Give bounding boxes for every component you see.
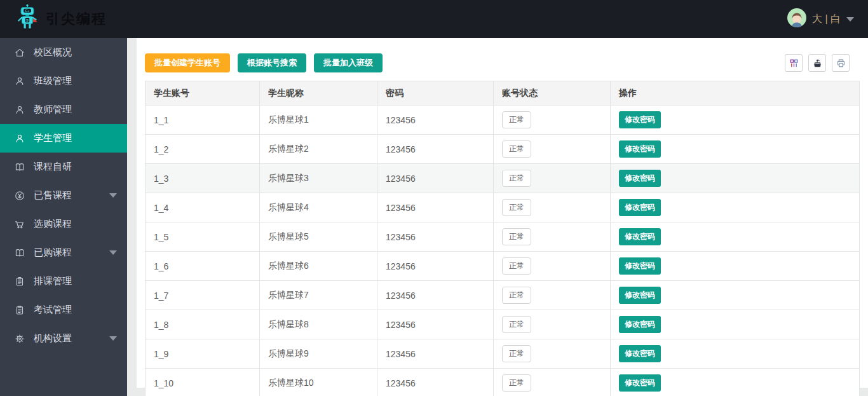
cell-nickname: 乐博星球8: [260, 310, 377, 339]
sidebar-item[interactable]: 课程自研: [0, 153, 127, 181]
cell-nickname: 乐博星球2: [260, 135, 377, 164]
students-table: 学生账号 学生昵称 密码 账号状态 操作 1_1 乐博星球1 123456 正常…: [145, 81, 860, 396]
brand-name: 引尖编程: [46, 10, 107, 29]
table-row: 1_8 乐博星球8 123456 正常 修改密码: [146, 310, 860, 339]
change-password-button[interactable]: 修改密码: [619, 111, 661, 128]
status-badge[interactable]: 正常: [502, 374, 531, 392]
cell-account: 1_1: [146, 106, 260, 135]
cell-nickname: 乐博星球5: [260, 222, 377, 252]
change-password-button[interactable]: 修改密码: [619, 199, 661, 216]
status-badge[interactable]: 正常: [502, 199, 531, 216]
export-icon[interactable]: [808, 54, 826, 72]
chevron-down-icon: [846, 17, 854, 22]
table-row: 1_2 乐博星球2 123456 正常 修改密码: [146, 135, 860, 164]
sidebar-item[interactable]: 校区概况: [0, 38, 127, 67]
sidebar-item-label: 班级管理: [34, 75, 72, 87]
status-badge[interactable]: 正常: [502, 316, 531, 333]
batch-join-class-button[interactable]: 批量加入班级: [314, 53, 383, 72]
avatar: [787, 8, 806, 30]
cell-account: 1_8: [146, 310, 260, 339]
chevron-down-icon: [109, 250, 117, 255]
sidebar-item[interactable]: 已售课程: [0, 181, 127, 210]
sidebar-item-label: 排课管理: [34, 275, 72, 287]
table-row: 1_5 乐博星球5 123456 正常 修改密码: [146, 222, 860, 252]
change-password-button[interactable]: 修改密码: [619, 345, 661, 362]
status-badge[interactable]: 正常: [502, 257, 531, 275]
sidebar-item-label: 已售课程: [34, 189, 72, 201]
table-row: 1_3 乐博星球3 123456 正常 修改密码: [146, 164, 860, 193]
sidebar: 校区概况 班级管理 教师管理 学生管理 课程自研 已售课程 选购课程 已购课程: [0, 38, 127, 396]
print-icon[interactable]: [832, 54, 850, 72]
status-badge[interactable]: 正常: [502, 140, 531, 158]
column-header-account: 学生账号: [146, 81, 260, 106]
sidebar-item-label: 教师管理: [34, 104, 72, 116]
sidebar-item[interactable]: 已购课程: [0, 238, 127, 267]
change-password-button[interactable]: 修改密码: [619, 287, 661, 304]
yen-circle-icon: [14, 190, 25, 201]
cell-nickname: 乐博星球1: [260, 106, 377, 135]
table-row: 1_6 乐博星球6 123456 正常 修改密码: [146, 252, 860, 281]
chevron-down-icon: [109, 193, 117, 198]
cell-account: 1_2: [146, 135, 260, 164]
cell-password: 123456: [377, 369, 494, 396]
svg-text:S: S: [26, 18, 29, 22]
cell-account: 1_7: [146, 281, 260, 310]
sidebar-item[interactable]: 机构设置: [0, 324, 127, 353]
cell-account: 1_6: [146, 252, 260, 281]
change-password-button[interactable]: 修改密码: [619, 374, 661, 392]
table-tools: [785, 54, 850, 72]
sidebar-item-label: 校区概况: [34, 46, 72, 58]
cell-account: 1_4: [146, 193, 260, 222]
main-content: 批量创建学生账号 根据账号搜索 批量加入班级: [127, 38, 868, 396]
status-badge[interactable]: 正常: [502, 287, 531, 304]
column-header-actions: 操作: [611, 81, 860, 106]
change-password-button[interactable]: 修改密码: [619, 170, 661, 187]
cell-account: 1_9: [146, 339, 260, 369]
cell-password: 123456: [377, 339, 494, 369]
cell-password: 123456: [377, 135, 494, 164]
cell-password: 123456: [377, 193, 494, 222]
columns-icon[interactable]: [785, 54, 803, 72]
sidebar-item[interactable]: 考试管理: [0, 296, 127, 324]
book-icon: [14, 161, 25, 173]
cell-nickname: 乐博星球6: [260, 252, 377, 281]
status-badge[interactable]: 正常: [502, 228, 531, 245]
sidebar-item-label: 已购课程: [34, 247, 72, 259]
status-badge[interactable]: 正常: [502, 170, 531, 187]
clipboard-icon: [14, 304, 25, 316]
cell-account: 1_10: [146, 369, 260, 396]
status-badge[interactable]: 正常: [502, 345, 531, 362]
brand: C+ S 引尖编程: [14, 3, 107, 35]
sidebar-item[interactable]: 选购课程: [0, 210, 127, 238]
cell-password: 123456: [377, 164, 494, 193]
table-row: 1_10 乐博星球10 123456 正常 修改密码: [146, 369, 860, 396]
cell-account: 1_5: [146, 222, 260, 252]
sidebar-item[interactable]: 排课管理: [0, 267, 127, 296]
home-icon: [14, 47, 25, 58]
cell-password: 123456: [377, 310, 494, 339]
change-password-button[interactable]: 修改密码: [619, 316, 661, 333]
cell-nickname: 乐博星球4: [260, 193, 377, 222]
table-row: 1_7 乐博星球7 123456 正常 修改密码: [146, 281, 860, 310]
change-password-button[interactable]: 修改密码: [619, 140, 661, 158]
user-icon: [14, 104, 25, 116]
change-password-button[interactable]: 修改密码: [619, 257, 661, 275]
cell-nickname: 乐博星球9: [260, 339, 377, 369]
sidebar-item[interactable]: 学生管理: [0, 124, 127, 153]
cell-account: 1_3: [146, 164, 260, 193]
user-menu[interactable]: 大 | 白: [787, 8, 854, 30]
table-row: 1_9 乐博星球9 123456 正常 修改密码: [146, 339, 860, 369]
status-badge[interactable]: 正常: [502, 111, 531, 128]
sidebar-item[interactable]: 教师管理: [0, 95, 127, 124]
batch-create-students-button[interactable]: 批量创建学生账号: [145, 53, 230, 72]
column-header-status: 账号状态: [494, 81, 611, 106]
sidebar-item[interactable]: 班级管理: [0, 67, 127, 95]
change-password-button[interactable]: 修改密码: [619, 228, 661, 245]
clipboard-icon: [14, 276, 25, 287]
user-icon: [14, 133, 25, 144]
toolbar: 批量创建学生账号 根据账号搜索 批量加入班级: [145, 38, 860, 72]
column-header-nickname: 学生昵称: [260, 81, 377, 106]
content-card: 批量创建学生账号 根据账号搜索 批量加入班级: [137, 38, 868, 388]
search-by-account-button[interactable]: 根据账号搜索: [238, 53, 306, 72]
cell-password: 123456: [377, 281, 494, 310]
